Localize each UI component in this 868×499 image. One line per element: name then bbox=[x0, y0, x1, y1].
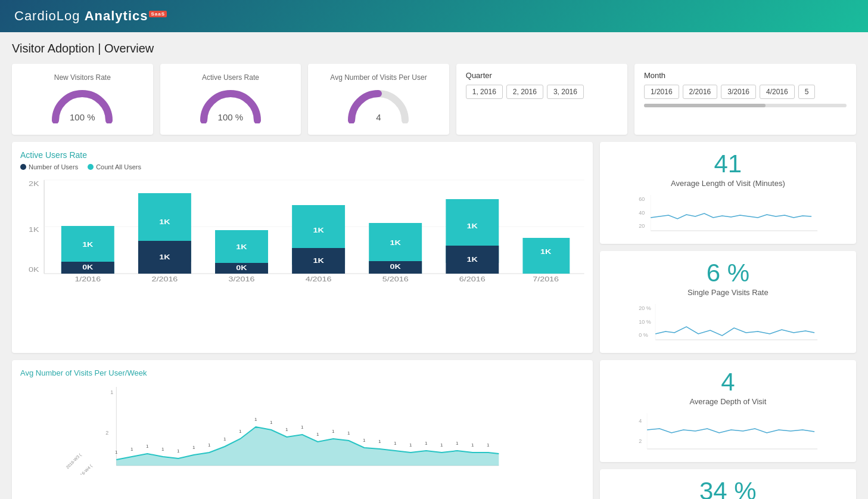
single-page-desc: Single Page Visits Rate bbox=[609, 288, 847, 297]
svg-text:1K: 1K bbox=[29, 227, 39, 233]
month-btn-3[interactable]: 3/2016 bbox=[721, 85, 756, 99]
month-btn-4[interactable]: 4/2016 bbox=[760, 85, 795, 99]
svg-text:1: 1 bbox=[254, 417, 257, 422]
svg-text:5/2016: 5/2016 bbox=[382, 276, 409, 283]
svg-text:10 %: 10 % bbox=[639, 319, 651, 325]
avg-visits-value: 4 bbox=[346, 112, 411, 122]
avg-depth-desc: Average Depth of Visit bbox=[609, 397, 847, 406]
avg-visits-area-card: Avg Number of Visits Per User/Week 1 2 1… bbox=[12, 360, 593, 499]
main-content: Visitor Adoption | Overview New Visitors… bbox=[0, 32, 868, 499]
month-btn-1[interactable]: 1/2016 bbox=[644, 85, 679, 99]
svg-text:2016-W3 (: 2016-W3 ( bbox=[65, 452, 82, 470]
svg-text:1: 1 bbox=[208, 442, 211, 448]
legend-label-all: Count All Users bbox=[96, 163, 141, 171]
right-bottom-col: 4 Average Depth of Visit 4 2 Jan 2016 Ma… bbox=[600, 360, 856, 499]
single-page-value: 6 % bbox=[609, 261, 847, 286]
svg-text:1K: 1K bbox=[540, 249, 551, 255]
svg-text:1: 1 bbox=[363, 438, 366, 443]
svg-text:6/2016: 6/2016 bbox=[459, 276, 486, 283]
month-scroll-thumb bbox=[644, 104, 766, 107]
svg-text:1: 1 bbox=[456, 441, 459, 446]
svg-text:60: 60 bbox=[639, 196, 645, 202]
svg-text:0K: 0K bbox=[390, 264, 401, 270]
svg-text:4: 4 bbox=[639, 418, 642, 424]
single-page-card: 6 % Single Page Visits Rate 20 % 10 % 0 … bbox=[600, 251, 856, 353]
legend-dot-dark bbox=[20, 164, 26, 170]
month-buttons: 1/2016 2/2016 3/2016 4/2016 5 bbox=[644, 85, 847, 99]
svg-text:1: 1 bbox=[192, 445, 195, 450]
svg-text:1K: 1K bbox=[313, 258, 323, 264]
month-btn-2[interactable]: 2/2016 bbox=[683, 85, 718, 99]
avg-depth-card: 4 Average Depth of Visit 4 2 Jan 2016 Ma… bbox=[600, 360, 856, 462]
quarter-label: Quarter bbox=[466, 71, 618, 80]
area-chart-svg: 1 2 1 1 1 1 1 1 1 1 1 1 1 bbox=[20, 382, 584, 475]
svg-text:1: 1 bbox=[409, 442, 412, 448]
svg-text:1: 1 bbox=[332, 429, 335, 434]
legend-number-of-users: Number of Users bbox=[20, 163, 78, 171]
avg-depth-sparkline: 4 2 Jan 2016 Mar 2016 May 2016 bbox=[609, 412, 847, 451]
top-row: New Visitors Rate 100 % Active Users Rat… bbox=[12, 64, 856, 135]
avg-visits-title: Avg Number of Visits Per User/Week bbox=[20, 368, 584, 377]
svg-text:2K: 2K bbox=[29, 181, 39, 187]
new-visitors-label: New Visitors Rate bbox=[19, 73, 146, 82]
avg-length-desc: Average Length of Visit (Minutes) bbox=[609, 179, 847, 188]
single-page-sparkline: 20 % 10 % 0 % Jan 2016 Mar 2016 May 2016 bbox=[609, 303, 847, 342]
svg-text:1K: 1K bbox=[467, 223, 478, 230]
svg-text:1: 1 bbox=[394, 441, 397, 446]
svg-text:1: 1 bbox=[177, 448, 180, 454]
svg-text:3/2016: 3/2016 bbox=[229, 276, 255, 283]
bar-chart-svg: 2K 1K 0K 1K 0K 1/2016 1K bbox=[20, 175, 584, 286]
bounce-rate-card: 34 % Bounce Rate 50 % 0 % Jan 2016 Mar 2… bbox=[600, 469, 856, 499]
svg-text:0K: 0K bbox=[29, 266, 39, 273]
avg-length-value: 41 bbox=[609, 151, 847, 176]
svg-text:0K: 0K bbox=[82, 264, 93, 271]
active-users-chart-title: Active Users Rate bbox=[20, 150, 584, 160]
svg-text:0K: 0K bbox=[236, 265, 247, 271]
svg-text:1K: 1K bbox=[159, 219, 170, 225]
month-filter-card: Month 1/2016 2/2016 3/2016 4/2016 5 bbox=[634, 64, 856, 135]
quarter-btn-2[interactable]: 2, 2016 bbox=[506, 85, 543, 99]
svg-text:2: 2 bbox=[639, 438, 642, 444]
svg-text:1: 1 bbox=[146, 444, 149, 449]
avg-visits-label: Avg Number of Visits Per User bbox=[315, 73, 442, 82]
svg-text:7/2016: 7/2016 bbox=[533, 276, 559, 283]
svg-text:1K: 1K bbox=[390, 240, 401, 246]
month-label: Month bbox=[644, 71, 847, 80]
logo: CardioLog AnalyticsSaaS bbox=[14, 8, 167, 24]
new-visitors-gauge-card: New Visitors Rate 100 % bbox=[12, 64, 153, 135]
header: CardioLog AnalyticsSaaS bbox=[0, 0, 868, 32]
svg-text:2: 2 bbox=[105, 430, 108, 436]
right-stats-col: 41 Average Length of Visit (Minutes) 60 … bbox=[600, 142, 856, 353]
avg-length-sparkline: 60 40 20 Jan 2016 Mar 2016 May 2016 bbox=[609, 194, 847, 233]
svg-text:1: 1 bbox=[285, 427, 288, 432]
svg-text:2/2016: 2/2016 bbox=[151, 276, 178, 283]
svg-text:4/2016: 4/2016 bbox=[306, 276, 332, 283]
new-visitors-value: 100 % bbox=[49, 112, 115, 122]
middle-row: Active Users Rate Number of Users Count … bbox=[12, 142, 856, 353]
svg-text:1: 1 bbox=[440, 442, 443, 448]
svg-text:40: 40 bbox=[639, 210, 645, 216]
quarter-filter-card: Quarter 1, 2016 2, 2016 3, 2016 bbox=[456, 64, 627, 135]
svg-text:1: 1 bbox=[115, 450, 118, 455]
svg-text:1: 1 bbox=[487, 442, 490, 448]
saas-badge: SaaS bbox=[149, 11, 167, 17]
active-users-label: Active Users Rate bbox=[167, 73, 294, 82]
active-users-gauge-card: Active Users Rate 100 % bbox=[160, 64, 301, 135]
svg-text:0 %: 0 % bbox=[639, 332, 648, 338]
quarter-btn-1[interactable]: 1, 2016 bbox=[466, 85, 503, 99]
svg-text:1: 1 bbox=[347, 430, 350, 436]
new-visitors-gauge: 100 % bbox=[49, 88, 115, 123]
quarter-btn-3[interactable]: 3, 2016 bbox=[547, 85, 584, 99]
month-scrollbar[interactable] bbox=[644, 104, 847, 107]
svg-text:1: 1 bbox=[130, 447, 133, 452]
svg-text:20 %: 20 % bbox=[639, 305, 651, 311]
month-btn-5[interactable]: 5 bbox=[798, 85, 816, 99]
svg-text:1: 1 bbox=[301, 424, 304, 430]
svg-text:1K: 1K bbox=[313, 227, 323, 234]
svg-text:1: 1 bbox=[425, 441, 428, 446]
svg-text:1K: 1K bbox=[467, 256, 478, 263]
svg-text:1K: 1K bbox=[236, 244, 247, 250]
legend-count-all-users: Count All Users bbox=[88, 163, 141, 171]
legend-dot-teal bbox=[88, 164, 94, 170]
active-users-chart-card: Active Users Rate Number of Users Count … bbox=[12, 142, 593, 353]
